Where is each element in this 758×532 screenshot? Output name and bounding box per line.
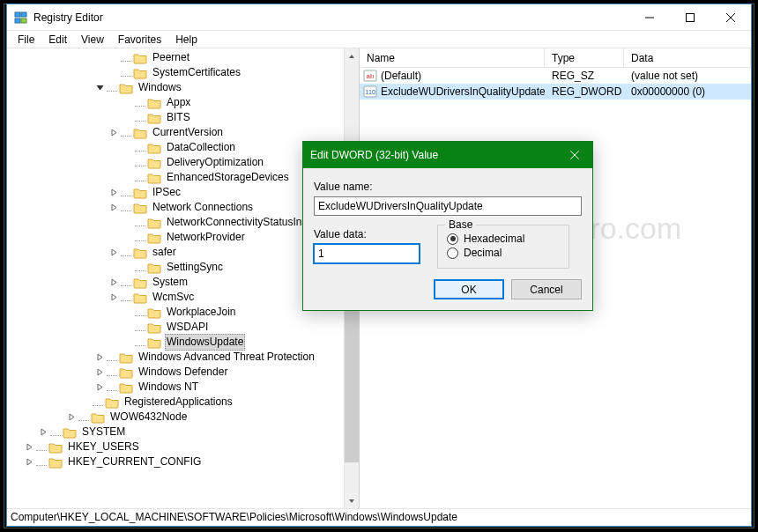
folder-icon: [119, 381, 133, 394]
svg-rect-4: [687, 13, 695, 21]
folder-icon: [147, 112, 161, 124]
chevron-right-icon[interactable]: [108, 187, 120, 199]
close-button[interactable]: [710, 4, 751, 31]
menu-view[interactable]: View: [74, 32, 111, 48]
dialog-close-button[interactable]: [557, 142, 592, 168]
tree-node-label: System: [151, 275, 190, 290]
tree-node-label: BITS: [165, 110, 192, 125]
tree-node-label: Appx: [165, 95, 192, 110]
folder-icon: [133, 187, 147, 199]
scroll-down-arrow[interactable]: [345, 493, 359, 508]
tree-node-label: Network Connections: [151, 200, 255, 215]
chevron-right-icon[interactable]: [108, 127, 120, 139]
folder-icon: [133, 67, 147, 79]
chevron-right-icon[interactable]: [108, 292, 120, 304]
tree-node-label: Peernet: [151, 50, 191, 65]
folder-icon: [147, 321, 161, 334]
tree-node[interactable]: RegisteredApplications: [7, 395, 359, 410]
svg-text:110: 110: [365, 89, 375, 95]
radio-dec-icon: [447, 248, 458, 259]
tree-node-label: DeliveryOptimization: [165, 155, 265, 170]
folder-icon: [147, 172, 161, 184]
cancel-button[interactable]: Cancel: [511, 279, 582, 299]
dialog-title: Edit DWORD (32-bit) Value: [310, 149, 438, 161]
statusbar: Computer\HKEY_LOCAL_MACHINE\SOFTWARE\Pol…: [7, 508, 751, 526]
value-row[interactable]: 110ExcludeWUDriversInQualityUpdateREG_DW…: [360, 84, 751, 100]
tree-node[interactable]: CurrentVersion: [7, 125, 359, 140]
chevron-down-icon[interactable]: [93, 82, 106, 94]
tree-node[interactable]: Windows Advanced Threat Protection: [7, 350, 359, 365]
tree-node-label: WSDAPI: [165, 320, 210, 335]
tree-node[interactable]: Peernet: [7, 50, 359, 65]
chevron-right-icon[interactable]: [93, 351, 106, 364]
values-header: Name Type Data: [360, 48, 751, 68]
tree-node[interactable]: HKEY_CURRENT_CONFIG: [7, 454, 359, 469]
chevron-right-icon[interactable]: [93, 366, 106, 379]
tree-node[interactable]: BITS: [7, 110, 359, 125]
chevron-right-icon[interactable]: [93, 381, 106, 394]
dialog-titlebar: Edit DWORD (32-bit) Value: [303, 142, 592, 168]
tree-node[interactable]: Windows: [7, 80, 359, 95]
folder-icon: [147, 336, 161, 349]
tree-node[interactable]: SYSTEM: [7, 425, 359, 440]
tree-node[interactable]: WindowsUpdate: [7, 335, 359, 350]
value-data-input[interactable]: [314, 244, 420, 263]
folder-icon: [147, 97, 161, 109]
scroll-up-arrow[interactable]: [345, 48, 359, 63]
folder-icon: [147, 262, 161, 274]
minimize-button[interactable]: [629, 4, 670, 31]
folder-icon: [147, 142, 161, 154]
value-data-label: Value data:: [314, 228, 420, 240]
folder-icon: [133, 277, 147, 289]
tree-node-label: CurrentVersion: [151, 125, 225, 140]
tree-node-label: HKEY_USERS: [66, 440, 141, 454]
column-data[interactable]: Data: [624, 48, 751, 67]
chevron-right-icon[interactable]: [65, 411, 78, 424]
tree-node[interactable]: Appx: [7, 95, 359, 110]
radio-hexadecimal[interactable]: Hexadecimal: [447, 233, 560, 245]
titlebar: Registry Editor: [7, 4, 751, 31]
folder-icon: [48, 456, 63, 469]
menu-file[interactable]: File: [11, 32, 41, 48]
folder-icon: [91, 411, 105, 424]
base-legend: Base: [445, 218, 476, 231]
tree-node-label: Windows Defender: [137, 365, 229, 380]
column-name[interactable]: Name: [360, 48, 545, 67]
svg-rect-3: [21, 18, 26, 23]
svg-rect-2: [15, 18, 20, 23]
chevron-right-icon[interactable]: [23, 441, 35, 454]
tree-node[interactable]: Windows Defender: [7, 365, 359, 380]
value-data-cell: (value not set): [624, 70, 751, 82]
maximize-button[interactable]: [670, 4, 710, 31]
tree-node-label: Windows Advanced Threat Protection: [137, 350, 316, 365]
tree-node[interactable]: WOW6432Node: [7, 410, 359, 425]
ok-button[interactable]: OK: [434, 279, 504, 299]
folder-icon: [119, 351, 133, 364]
chevron-right-icon[interactable]: [108, 247, 120, 259]
value-name-input[interactable]: [314, 196, 582, 216]
tree-node[interactable]: HKEY_USERS: [7, 440, 359, 454]
base-fieldset: Base Hexadecimal Decimal: [437, 225, 569, 269]
chevron-right-icon[interactable]: [37, 426, 49, 439]
chevron-right-icon[interactable]: [23, 456, 35, 469]
value-name-label: Value name:: [314, 181, 582, 193]
tree-node-label: Windows NT: [137, 380, 200, 395]
tree-node[interactable]: WSDAPI: [7, 320, 359, 335]
chevron-right-icon[interactable]: [108, 277, 120, 289]
folder-icon: [119, 366, 133, 379]
tree-node[interactable]: Windows NT: [7, 380, 359, 395]
radio-decimal[interactable]: Decimal: [447, 247, 560, 259]
value-type-cell: REG_DWORD: [545, 85, 624, 98]
menu-help[interactable]: Help: [168, 32, 204, 48]
tree-node-label: SYSTEM: [80, 425, 127, 440]
folder-icon: [119, 82, 133, 94]
value-row[interactable]: ab(Default)REG_SZ(value not set): [360, 68, 751, 84]
tree-node-label: IPSec: [151, 185, 182, 200]
folder-icon: [105, 396, 119, 409]
chevron-right-icon[interactable]: [108, 202, 120, 214]
svg-text:ab: ab: [367, 72, 375, 80]
tree-node[interactable]: SystemCertificates: [7, 65, 359, 80]
column-type[interactable]: Type: [545, 48, 624, 67]
menu-edit[interactable]: Edit: [41, 32, 74, 48]
menu-favorites[interactable]: Favorites: [111, 32, 168, 48]
